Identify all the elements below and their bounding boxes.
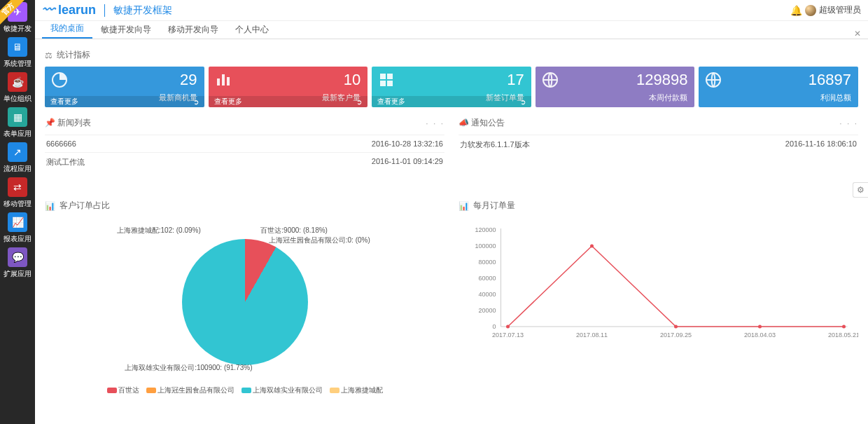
circle-right-icon: ➲ — [193, 98, 199, 106]
list-item[interactable]: 力软发布6.1.1.7版本 2016-11-16 18:06:10 — [458, 135, 858, 154]
brand-subtitle: 敏捷开发框架 — [104, 4, 172, 17]
tile-orders[interactable]: 17 新签订单量 查看更多➲ — [372, 67, 531, 107]
circle-right-icon: ➲ — [520, 98, 526, 106]
avatar[interactable] — [805, 5, 816, 16]
sidebar-item-mobile[interactable]: ⇄移动管理 — [0, 175, 35, 210]
chat-icon: 💬 — [8, 247, 27, 267]
svg-text:2017.08.11: 2017.08.11 — [576, 331, 608, 338]
tab-mobile-wizard[interactable]: 移动开发向导 — [160, 21, 227, 39]
svg-rect-7 — [387, 81, 393, 86]
section-title-text: 统计指标 — [57, 49, 90, 61]
scale-icon: ⚖ — [45, 50, 52, 60]
pin-icon: 📌 — [45, 118, 55, 128]
chart-title: 每月订单量 — [473, 200, 515, 212]
pie-label-b: 上海冠生园食品有限公司:0: (0%) — [269, 235, 370, 245]
brand-logo: 〰 learun — [42, 3, 96, 18]
sidebar-item-flow[interactable]: ↗流程应用 — [0, 140, 35, 175]
svg-text:80000: 80000 — [478, 259, 496, 266]
tile-value: 129898 — [542, 71, 688, 89]
arrows-icon: ⇄ — [8, 177, 27, 197]
news-time: 2016-11-01 09:14:29 — [372, 157, 443, 167]
svg-rect-4 — [380, 74, 386, 79]
chart-title: 客户订单占比 — [59, 200, 110, 212]
notice-header: 通知公告 — [471, 118, 505, 128]
tile-value: 10 — [216, 71, 361, 89]
stats-header: ⚖ 统计指标 — [45, 49, 858, 61]
news-time: 2016-10-28 13:32:16 — [372, 139, 443, 148]
svg-point-23 — [842, 325, 846, 329]
svg-point-19 — [506, 325, 510, 329]
bar-chart-icon: 📊 — [45, 201, 55, 211]
tile-more[interactable]: 查看更多 — [377, 97, 405, 107]
svg-rect-6 — [380, 81, 386, 86]
news-more[interactable]: · · · — [426, 118, 444, 128]
svg-text:60000: 60000 — [478, 275, 496, 282]
sidebar-item-org[interactable]: ☕单位组织 — [0, 70, 35, 105]
legend-item: 上海双雄实业有限公司 — [253, 386, 323, 394]
tab-profile[interactable]: 个人中心 — [227, 21, 277, 39]
tile-business[interactable]: 29 最新商机量 查看更多➲ — [45, 67, 204, 107]
news-title: 6666666 — [46, 139, 76, 148]
sidebar-item-ext[interactable]: 💬扩展应用 — [0, 245, 35, 280]
tab-agile-wizard[interactable]: 敏捷开发向导 — [92, 21, 160, 39]
close-tabs-icon[interactable]: ✕ — [854, 29, 861, 39]
sidebar-item-label: 扩展应用 — [4, 269, 31, 279]
svg-rect-1 — [217, 78, 220, 86]
sidebar-item-agile[interactable]: ✈敏捷开发 — [0, 0, 35, 35]
tile-more[interactable]: 查看更多 — [50, 97, 78, 107]
tile-more[interactable]: 查看更多 — [214, 97, 242, 107]
svg-text:0: 0 — [492, 323, 496, 330]
sidebar-item-label: 敏捷开发 — [4, 24, 31, 34]
notifications-icon[interactable]: 🔔 — [790, 5, 802, 16]
coffee-icon: ☕ — [8, 72, 27, 92]
megaphone-icon: 📣 — [458, 118, 469, 128]
svg-point-20 — [590, 245, 594, 248]
sidebar-item-report[interactable]: 📈报表应用 — [0, 210, 35, 245]
pie-legend: 百世达 上海冠生园食品有限公司 上海双雄实业有限公司 上海雅捷城配 — [45, 385, 444, 395]
sidebar-item-label: 报表应用 — [4, 234, 31, 244]
sidebar-item-form[interactable]: ▦表单应用 — [0, 105, 35, 140]
svg-text:100000: 100000 — [475, 242, 496, 249]
plane-icon: ✈ — [8, 2, 27, 22]
sidebar-item-label: 系统管理 — [4, 59, 31, 69]
user-name[interactable]: 超级管理员 — [819, 4, 861, 16]
sidebar-item-label: 移动管理 — [4, 199, 31, 209]
tile-payments[interactable]: 129898 本周付款额 — [536, 67, 695, 107]
tab-desktop[interactable]: 我的桌面 — [42, 20, 92, 39]
pie-icon — [50, 71, 69, 89]
bars-icon — [214, 71, 232, 89]
sidebar-item-system[interactable]: 🖥系统管理 — [0, 35, 35, 70]
chart-icon: 📈 — [8, 212, 27, 232]
notice-title: 力软发布6.1.1.7版本 — [460, 139, 530, 150]
svg-text:40000: 40000 — [478, 291, 496, 298]
settings-gear-icon[interactable]: ⚙ — [853, 182, 868, 198]
list-item[interactable]: 测试工作流 2016-11-01 09:14:29 — [45, 152, 444, 172]
notice-more[interactable]: · · · — [839, 118, 858, 128]
tile-label: 利润总额 — [706, 93, 851, 103]
stat-tiles: 29 最新商机量 查看更多➲ 10 最新客户量 查看更多➲ 17 新签订单量 查… — [45, 67, 858, 107]
tile-value: 16897 — [706, 71, 851, 89]
sidebar-item-label: 表单应用 — [4, 129, 31, 139]
swoosh-icon: 〰 — [42, 3, 55, 17]
globe-icon — [541, 71, 559, 89]
globe-icon — [704, 71, 722, 89]
windows-icon — [377, 71, 396, 89]
pie-label-a: 百世达:9000: (8.18%) — [260, 226, 328, 235]
svg-rect-5 — [387, 74, 393, 79]
pie-chart: 📊客户订单占比 百世达:9000: (8.18%) 上海冠生园食品有限公司:0:… — [45, 200, 444, 395]
list-item[interactable]: 6666666 2016-10-28 13:32:16 — [45, 135, 444, 152]
tile-profit[interactable]: 16897 利润总额 — [699, 67, 858, 107]
news-title: 测试工作流 — [46, 157, 85, 167]
tile-label: 本周付款额 — [542, 93, 688, 103]
circle-right-icon: ➲ — [356, 98, 362, 106]
svg-text:2017.09.25: 2017.09.25 — [660, 331, 692, 338]
svg-text:2018.05.21: 2018.05.21 — [828, 331, 858, 338]
line-chart: 📊每月订单量 120000 100000 80000 60000 40000 2… — [458, 200, 858, 395]
tile-customers[interactable]: 10 最新客户量 查看更多➲ — [209, 67, 368, 107]
brand-name: learun — [58, 3, 96, 17]
pie-label-d: 上海雅捷城配:102: (0.09%) — [117, 226, 201, 235]
svg-text:2017.07.13: 2017.07.13 — [492, 331, 524, 338]
news-column: 📌 新闻列表 · · · 6666666 2016-10-28 13:32:16… — [45, 117, 444, 172]
tabs-bar: 我的桌面 敏捷开发向导 移动开发向导 个人中心 ✕ — [35, 21, 868, 39]
sidebar-item-label: 流程应用 — [4, 164, 31, 174]
